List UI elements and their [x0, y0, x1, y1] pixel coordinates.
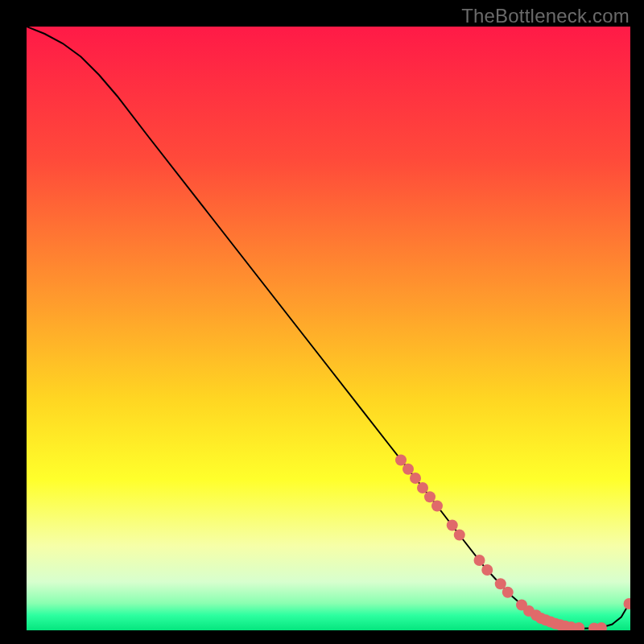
highlight-dot — [395, 455, 407, 466]
watermark-text: TheBottleneck.com — [461, 5, 630, 27]
highlight-dot — [454, 530, 465, 541]
highlight-dot — [502, 587, 514, 598]
highlight-dot — [402, 464, 414, 475]
highlight-dot — [410, 473, 421, 484]
highlight-dot — [417, 482, 428, 493]
plot-area — [27, 27, 630, 630]
highlight-dot — [424, 491, 436, 502]
highlight-dot — [481, 564, 493, 576]
highlight-dot — [447, 520, 458, 531]
highlight-dot — [474, 555, 485, 566]
chart-svg — [27, 27, 630, 630]
gradient-background — [27, 27, 630, 630]
highlight-dot — [431, 501, 443, 512]
chart-stage: TheBottleneck.com — [0, 0, 644, 644]
